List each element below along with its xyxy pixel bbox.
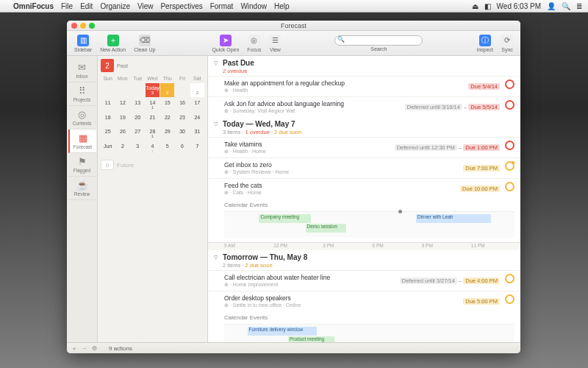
- task-list: ▽ Past Due 2 overdue Make an appointment…: [208, 56, 520, 342]
- disclosure-icon[interactable]: ▽: [214, 255, 218, 261]
- status-circle-icon[interactable]: [505, 294, 514, 304]
- clock[interactable]: Wed 6:03 PM: [497, 2, 541, 10]
- user-icon[interactable]: 👤: [547, 2, 556, 10]
- clean-up-button[interactable]: ⌫Clean Up: [131, 34, 158, 53]
- rail-inbox[interactable]: ✉Inbox: [68, 59, 96, 82]
- status-circle-icon[interactable]: [505, 182, 514, 191]
- section-today: ▽ Today — Wed, May 7 3 items · 1 overdue…: [208, 117, 520, 137]
- menu-perspectives[interactable]: Perspectives: [160, 2, 202, 10]
- task-row[interactable]: Make an appointment for a regular checku…: [208, 76, 520, 96]
- sidebar-icon: ▥: [77, 35, 89, 46]
- disclosure-icon[interactable]: ▽: [214, 60, 218, 66]
- today-timeline: Company meeting Demo session Dinner with…: [224, 211, 514, 238]
- add-button[interactable]: ＋: [71, 344, 77, 353]
- status-bar: ＋ － ⚙ 9 actions: [67, 342, 520, 353]
- search-input[interactable]: [334, 35, 423, 46]
- rail-review[interactable]: ☕Review: [68, 177, 96, 200]
- past-badge[interactable]: 2: [101, 59, 114, 72]
- sync-icon: ⟳: [501, 35, 513, 46]
- section-title: Today — Wed, May 7: [223, 120, 514, 128]
- remove-button[interactable]: －: [82, 344, 87, 353]
- notifications-icon[interactable]: ≣: [576, 2, 582, 10]
- status-circle-icon[interactable]: [505, 141, 514, 150]
- forecast-calendar: 2 Past SunMonTueWedThuFriSat Today3 2 · …: [98, 56, 208, 342]
- contexts-icon: ◎: [78, 109, 86, 120]
- arrow-icon: ➤: [220, 35, 232, 46]
- menubar-app[interactable]: OmniFocus: [13, 2, 54, 10]
- section-past-due: ▽ Past Due 2 overdue: [208, 56, 520, 76]
- rail-projects[interactable]: ⠿Projects: [68, 82, 96, 106]
- status-count: 9 actions: [109, 345, 132, 352]
- inspect-button[interactable]: ⓘInspect: [473, 34, 496, 53]
- menu-organize[interactable]: Organize: [100, 2, 130, 10]
- app-window: Forecast ▥Sidebar ＋New Action ⌫Clean Up …: [67, 21, 520, 353]
- status-circle-icon[interactable]: [505, 161, 514, 171]
- flag-icon: ⚑: [78, 156, 87, 167]
- rail-forecast[interactable]: ▦Forecast: [68, 130, 96, 153]
- cal-tomorrow[interactable]: 2: [160, 83, 174, 97]
- task-row[interactable]: Order desktop speakers⊕ · Settle in to n…: [208, 291, 520, 311]
- menu-help[interactable]: Help: [274, 2, 290, 10]
- focus-icon: ◎: [248, 35, 260, 46]
- menu-view[interactable]: View: [137, 2, 154, 10]
- sync-button[interactable]: ⟳Sync: [498, 34, 516, 53]
- quick-open-button[interactable]: ➤Quick Open: [209, 34, 242, 53]
- task-row[interactable]: Feed the cats⊕ · Cats · Home Due 10:00 P…: [208, 178, 520, 199]
- wifi-icon[interactable]: ⏏: [472, 2, 478, 10]
- now-indicator-icon: [398, 210, 402, 213]
- tomorrow-timeline: Furniture delivery window Product meetin…: [224, 324, 514, 342]
- calendar-events-label: Calendar Events: [208, 311, 520, 322]
- titlebar[interactable]: Forecast: [67, 21, 520, 31]
- menu-edit[interactable]: Edit: [80, 2, 93, 10]
- task-row[interactable]: Ask Jon for advice about language learni…: [208, 96, 520, 117]
- view-icon: ☰: [269, 35, 281, 46]
- section-title: Tomorrow — Thu, May 8: [223, 253, 514, 261]
- sidebar-button[interactable]: ▥Sidebar: [71, 34, 95, 53]
- status-circle-icon[interactable]: [505, 100, 514, 110]
- cal-today[interactable]: Today3: [146, 83, 159, 97]
- window-title: Forecast: [67, 22, 520, 29]
- past-label: Past: [117, 63, 128, 69]
- focus-button[interactable]: ◎Focus: [244, 34, 264, 53]
- menu-format[interactable]: Format: [210, 2, 234, 10]
- perspective-rail: ✉Inbox ⠿Projects ◎Contexts ▦Forecast ⚑Fl…: [67, 56, 98, 342]
- info-icon: ⓘ: [479, 35, 491, 46]
- status-circle-icon[interactable]: [505, 79, 514, 89]
- time-axis: 9 AM12 PM3 PM6 PM9 PM11 PM: [208, 242, 520, 250]
- menu-window[interactable]: Window: [240, 2, 267, 10]
- disclosure-icon[interactable]: ▽: [214, 121, 218, 127]
- review-icon: ☕: [76, 180, 88, 191]
- new-action-button[interactable]: ＋New Action: [97, 34, 129, 53]
- section-tomorrow: ▽ Tomorrow — Thu, May 8 2 items · 2 due …: [208, 250, 520, 270]
- forecast-icon: ▦: [79, 132, 87, 144]
- calendar-events-label: Calendar Events: [208, 199, 520, 210]
- mac-menubar: OmniFocus File Edit Organize View Perspe…: [0, 0, 588, 13]
- settings-icon[interactable]: ⚙: [92, 345, 97, 352]
- future-row[interactable]: 0 Future: [101, 160, 204, 170]
- spotlight-icon[interactable]: 🔍: [562, 2, 570, 10]
- volume-icon[interactable]: ◧: [484, 2, 491, 10]
- plus-icon: ＋: [107, 35, 119, 46]
- inbox-icon: ✉: [78, 62, 86, 73]
- view-button[interactable]: ☰View: [266, 34, 284, 53]
- projects-icon: ⠿: [79, 85, 86, 96]
- rail-contexts[interactable]: ◎Contexts: [68, 106, 96, 130]
- broom-icon: ⌫: [139, 35, 151, 46]
- toolbar: ▥Sidebar ＋New Action ⌫Clean Up ➤Quick Op…: [67, 31, 520, 56]
- task-row[interactable]: Take vitamins⊕ · Health · Home Deferred …: [208, 137, 520, 158]
- task-row[interactable]: Call electrician about water heater line…: [208, 270, 520, 291]
- rail-flagged[interactable]: ⚑Flagged: [68, 153, 96, 177]
- task-row[interactable]: Get inbox to zero⊕ · System Reviews · Ho…: [208, 158, 520, 178]
- status-circle-icon[interactable]: [505, 274, 514, 283]
- menu-file[interactable]: File: [61, 2, 73, 10]
- section-title: Past Due: [223, 59, 514, 67]
